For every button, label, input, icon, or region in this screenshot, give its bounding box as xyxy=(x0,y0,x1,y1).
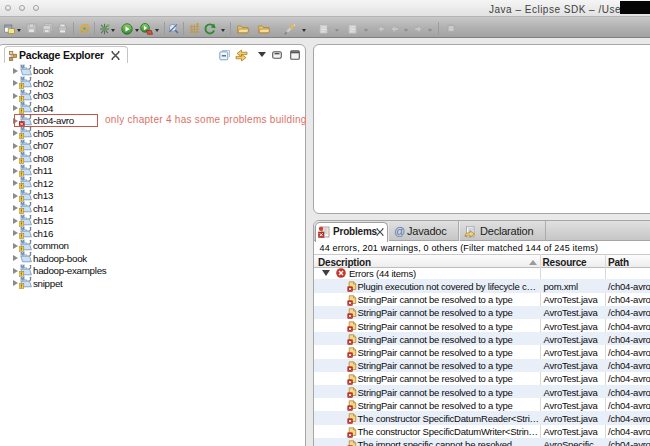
svg-text:@: @ xyxy=(394,226,405,237)
